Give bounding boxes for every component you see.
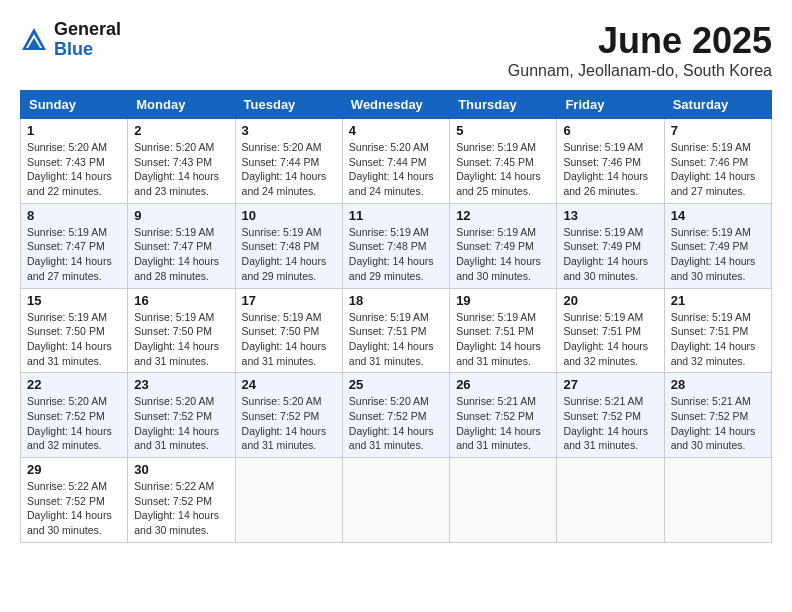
day-number: 18 <box>349 293 443 308</box>
day-detail: Sunrise: 5:19 AMSunset: 7:51 PMDaylight:… <box>349 310 443 369</box>
calendar-day-header: Thursday <box>450 91 557 119</box>
day-number: 7 <box>671 123 765 138</box>
day-detail: Sunrise: 5:19 AMSunset: 7:49 PMDaylight:… <box>563 225 657 284</box>
day-detail: Sunrise: 5:19 AMSunset: 7:47 PMDaylight:… <box>134 225 228 284</box>
calendar-cell: 2Sunrise: 5:20 AMSunset: 7:43 PMDaylight… <box>128 119 235 204</box>
logo-text: General Blue <box>54 20 121 60</box>
calendar-cell: 22Sunrise: 5:20 AMSunset: 7:52 PMDayligh… <box>21 373 128 458</box>
calendar-cell <box>450 458 557 543</box>
calendar-week-row: 8Sunrise: 5:19 AMSunset: 7:47 PMDaylight… <box>21 203 772 288</box>
calendar-cell <box>235 458 342 543</box>
calendar-header-row: SundayMondayTuesdayWednesdayThursdayFrid… <box>21 91 772 119</box>
calendar-table: SundayMondayTuesdayWednesdayThursdayFrid… <box>20 90 772 543</box>
logo-icon <box>20 26 48 54</box>
day-number: 16 <box>134 293 228 308</box>
calendar-cell: 21Sunrise: 5:19 AMSunset: 7:51 PMDayligh… <box>664 288 771 373</box>
day-number: 9 <box>134 208 228 223</box>
calendar-cell: 17Sunrise: 5:19 AMSunset: 7:50 PMDayligh… <box>235 288 342 373</box>
header: General Blue June 2025 Gunnam, Jeollanam… <box>20 20 772 80</box>
calendar-cell <box>342 458 449 543</box>
calendar-cell <box>557 458 664 543</box>
calendar-day-header: Sunday <box>21 91 128 119</box>
calendar-cell: 5Sunrise: 5:19 AMSunset: 7:45 PMDaylight… <box>450 119 557 204</box>
day-detail: Sunrise: 5:19 AMSunset: 7:46 PMDaylight:… <box>563 140 657 199</box>
day-detail: Sunrise: 5:20 AMSunset: 7:43 PMDaylight:… <box>134 140 228 199</box>
calendar-cell: 29Sunrise: 5:22 AMSunset: 7:52 PMDayligh… <box>21 458 128 543</box>
calendar-cell: 10Sunrise: 5:19 AMSunset: 7:48 PMDayligh… <box>235 203 342 288</box>
day-number: 23 <box>134 377 228 392</box>
calendar-day-header: Wednesday <box>342 91 449 119</box>
day-detail: Sunrise: 5:19 AMSunset: 7:50 PMDaylight:… <box>134 310 228 369</box>
calendar-week-row: 15Sunrise: 5:19 AMSunset: 7:50 PMDayligh… <box>21 288 772 373</box>
day-number: 29 <box>27 462 121 477</box>
day-number: 3 <box>242 123 336 138</box>
calendar-cell: 9Sunrise: 5:19 AMSunset: 7:47 PMDaylight… <box>128 203 235 288</box>
day-number: 2 <box>134 123 228 138</box>
location: Gunnam, Jeollanam-do, South Korea <box>508 62 772 80</box>
day-detail: Sunrise: 5:19 AMSunset: 7:46 PMDaylight:… <box>671 140 765 199</box>
calendar-cell: 26Sunrise: 5:21 AMSunset: 7:52 PMDayligh… <box>450 373 557 458</box>
day-number: 27 <box>563 377 657 392</box>
calendar-cell <box>664 458 771 543</box>
day-detail: Sunrise: 5:22 AMSunset: 7:52 PMDaylight:… <box>27 479 121 538</box>
calendar-week-row: 29Sunrise: 5:22 AMSunset: 7:52 PMDayligh… <box>21 458 772 543</box>
day-number: 8 <box>27 208 121 223</box>
day-number: 1 <box>27 123 121 138</box>
day-detail: Sunrise: 5:22 AMSunset: 7:52 PMDaylight:… <box>134 479 228 538</box>
day-detail: Sunrise: 5:20 AMSunset: 7:44 PMDaylight:… <box>242 140 336 199</box>
calendar-week-row: 1Sunrise: 5:20 AMSunset: 7:43 PMDaylight… <box>21 119 772 204</box>
day-number: 22 <box>27 377 121 392</box>
day-number: 13 <box>563 208 657 223</box>
day-number: 26 <box>456 377 550 392</box>
day-number: 21 <box>671 293 765 308</box>
calendar-cell: 7Sunrise: 5:19 AMSunset: 7:46 PMDaylight… <box>664 119 771 204</box>
calendar-cell: 4Sunrise: 5:20 AMSunset: 7:44 PMDaylight… <box>342 119 449 204</box>
day-detail: Sunrise: 5:19 AMSunset: 7:45 PMDaylight:… <box>456 140 550 199</box>
month-title: June 2025 <box>508 20 772 62</box>
calendar-cell: 14Sunrise: 5:19 AMSunset: 7:49 PMDayligh… <box>664 203 771 288</box>
day-detail: Sunrise: 5:20 AMSunset: 7:52 PMDaylight:… <box>242 394 336 453</box>
day-detail: Sunrise: 5:20 AMSunset: 7:52 PMDaylight:… <box>27 394 121 453</box>
calendar-cell: 18Sunrise: 5:19 AMSunset: 7:51 PMDayligh… <box>342 288 449 373</box>
day-number: 15 <box>27 293 121 308</box>
calendar-cell: 25Sunrise: 5:20 AMSunset: 7:52 PMDayligh… <box>342 373 449 458</box>
day-detail: Sunrise: 5:20 AMSunset: 7:43 PMDaylight:… <box>27 140 121 199</box>
calendar-cell: 24Sunrise: 5:20 AMSunset: 7:52 PMDayligh… <box>235 373 342 458</box>
calendar-cell: 16Sunrise: 5:19 AMSunset: 7:50 PMDayligh… <box>128 288 235 373</box>
day-number: 4 <box>349 123 443 138</box>
day-number: 30 <box>134 462 228 477</box>
day-detail: Sunrise: 5:21 AMSunset: 7:52 PMDaylight:… <box>671 394 765 453</box>
day-detail: Sunrise: 5:21 AMSunset: 7:52 PMDaylight:… <box>563 394 657 453</box>
calendar-cell: 12Sunrise: 5:19 AMSunset: 7:49 PMDayligh… <box>450 203 557 288</box>
calendar-cell: 23Sunrise: 5:20 AMSunset: 7:52 PMDayligh… <box>128 373 235 458</box>
calendar-day-header: Friday <box>557 91 664 119</box>
day-detail: Sunrise: 5:19 AMSunset: 7:49 PMDaylight:… <box>456 225 550 284</box>
day-number: 12 <box>456 208 550 223</box>
day-detail: Sunrise: 5:19 AMSunset: 7:48 PMDaylight:… <box>349 225 443 284</box>
day-detail: Sunrise: 5:19 AMSunset: 7:51 PMDaylight:… <box>671 310 765 369</box>
day-number: 28 <box>671 377 765 392</box>
calendar-day-header: Tuesday <box>235 91 342 119</box>
logo: General Blue <box>20 20 121 60</box>
calendar-cell: 27Sunrise: 5:21 AMSunset: 7:52 PMDayligh… <box>557 373 664 458</box>
calendar-cell: 13Sunrise: 5:19 AMSunset: 7:49 PMDayligh… <box>557 203 664 288</box>
calendar-cell: 8Sunrise: 5:19 AMSunset: 7:47 PMDaylight… <box>21 203 128 288</box>
day-detail: Sunrise: 5:20 AMSunset: 7:52 PMDaylight:… <box>349 394 443 453</box>
calendar-cell: 3Sunrise: 5:20 AMSunset: 7:44 PMDaylight… <box>235 119 342 204</box>
day-detail: Sunrise: 5:20 AMSunset: 7:44 PMDaylight:… <box>349 140 443 199</box>
day-detail: Sunrise: 5:19 AMSunset: 7:49 PMDaylight:… <box>671 225 765 284</box>
calendar-cell: 11Sunrise: 5:19 AMSunset: 7:48 PMDayligh… <box>342 203 449 288</box>
calendar-day-header: Saturday <box>664 91 771 119</box>
day-detail: Sunrise: 5:19 AMSunset: 7:50 PMDaylight:… <box>242 310 336 369</box>
calendar-cell: 28Sunrise: 5:21 AMSunset: 7:52 PMDayligh… <box>664 373 771 458</box>
day-number: 6 <box>563 123 657 138</box>
calendar-body: 1Sunrise: 5:20 AMSunset: 7:43 PMDaylight… <box>21 119 772 543</box>
day-detail: Sunrise: 5:19 AMSunset: 7:47 PMDaylight:… <box>27 225 121 284</box>
day-number: 11 <box>349 208 443 223</box>
calendar-cell: 19Sunrise: 5:19 AMSunset: 7:51 PMDayligh… <box>450 288 557 373</box>
title-block: June 2025 Gunnam, Jeollanam-do, South Ko… <box>508 20 772 80</box>
day-number: 17 <box>242 293 336 308</box>
calendar-week-row: 22Sunrise: 5:20 AMSunset: 7:52 PMDayligh… <box>21 373 772 458</box>
day-detail: Sunrise: 5:21 AMSunset: 7:52 PMDaylight:… <box>456 394 550 453</box>
calendar-cell: 6Sunrise: 5:19 AMSunset: 7:46 PMDaylight… <box>557 119 664 204</box>
